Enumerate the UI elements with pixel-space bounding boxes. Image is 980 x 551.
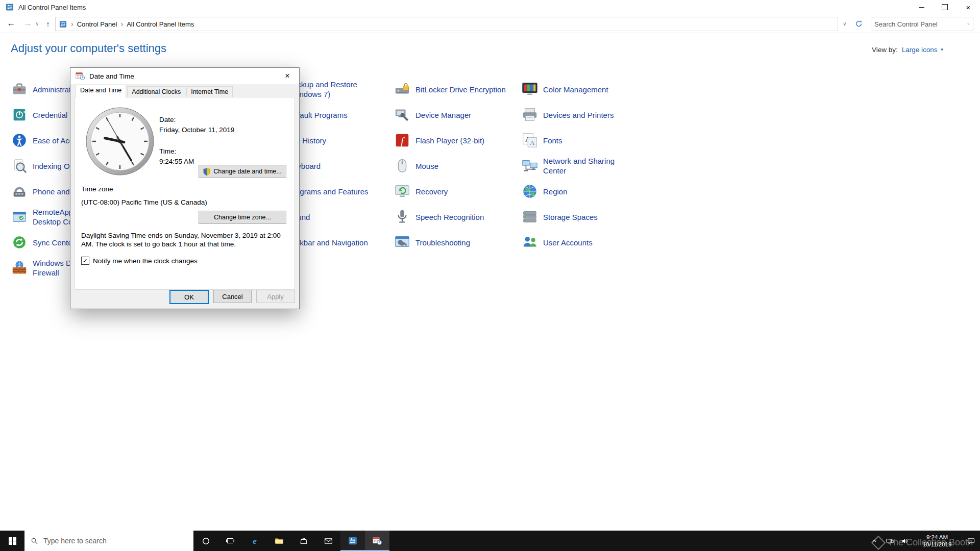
mail-icon [324, 536, 333, 546]
cp-item-label: Programs and Features [288, 187, 369, 196]
network-icon[interactable] [882, 531, 897, 551]
cp-item-label: Speech Recognition [415, 212, 484, 222]
breadcrumb-item-all-control-panel-items[interactable]: All Control Panel Items [127, 20, 194, 28]
cp-item-storage-spaces[interactable]: Storage Spaces [519, 204, 646, 230]
user-accounts-icon [521, 234, 538, 251]
search-box [871, 17, 973, 31]
cp-item-color-management[interactable]: Color Management [519, 77, 646, 102]
tray-date: 10/11/2019 [923, 541, 952, 548]
cp-item-mouse[interactable]: Mouse [391, 153, 519, 179]
region-icon [521, 183, 538, 200]
change-time-zone-button[interactable]: Change time zone... [199, 211, 286, 224]
back-button[interactable]: ← [4, 16, 18, 31]
title-bar: All Control Panel Items × [0, 0, 980, 14]
cp-item-network-and-sharing-center[interactable]: Network and Sharing Center [519, 153, 646, 179]
cp-item-label: Sync Center [33, 238, 75, 247]
dst-notice: Daylight Saving Time ends on Sunday, Nov… [81, 231, 287, 248]
search-input[interactable] [871, 20, 967, 28]
flash-player-icon: f [394, 132, 411, 149]
taskbar-edge-button[interactable]: e [242, 531, 267, 551]
ok-button[interactable]: OK [169, 290, 209, 304]
apply-button: Apply [256, 290, 295, 303]
uac-shield-icon [203, 168, 210, 176]
cancel-button[interactable]: Cancel [213, 290, 252, 303]
control-panel-window: All Control Panel Items × ← → ∨ ↑ › Cont… [0, 0, 980, 551]
start-button[interactable] [0, 531, 24, 551]
tab-date-and-time[interactable]: Date and Time [76, 85, 126, 98]
breadcrumb-location-icon [59, 20, 67, 29]
taskbar-control-panel-button[interactable] [340, 531, 365, 551]
search-icon[interactable] [967, 20, 970, 28]
speech-recognition-icon [394, 208, 411, 226]
cp-item-devices-and-printers[interactable]: Devices and Printers [519, 102, 646, 128]
action-center-icon[interactable] [962, 531, 980, 551]
svg-text:e: e [253, 536, 257, 546]
cp-item-user-accounts[interactable]: User Accounts [519, 230, 646, 255]
store-icon [299, 536, 308, 545]
view-by-selector[interactable]: Large icons ▼ [902, 46, 944, 54]
analog-clock [84, 106, 156, 177]
notify-checkbox[interactable] [81, 257, 89, 265]
cp-item-speech-recognition[interactable]: Speech Recognition [391, 204, 519, 230]
cp-item-label: Region [543, 187, 568, 196]
view-by-value: Large icons [902, 46, 938, 54]
time-zone-value: (UTC-08:00) Pacific Time (US & Canada) [81, 198, 207, 206]
address-bar[interactable]: › Control Panel›All Control Panel Items [55, 17, 838, 31]
caption-buttons: × [910, 0, 980, 14]
cp-item-device-manager[interactable]: Device Manager [391, 102, 519, 128]
cp-item-flash-player-32-bit[interactable]: fFlash Player (32-bit) [391, 128, 519, 153]
taskbar-date-time-button[interactable] [365, 531, 389, 551]
taskbar-cortana-button[interactable] [193, 531, 218, 551]
tray-clock[interactable]: 9:24 AM 10/11/2019 [913, 531, 962, 551]
cp-item-troubleshooting[interactable]: Troubleshooting [391, 230, 519, 255]
group-divider [117, 189, 288, 189]
cp-item-region[interactable]: Region [519, 179, 646, 204]
breadcrumb-item-control-panel[interactable]: Control Panel [77, 20, 117, 28]
dialog-title: Date and Time [89, 72, 134, 80]
color-management-icon [521, 81, 538, 98]
refresh-button[interactable] [851, 17, 866, 30]
volume-icon[interactable] [897, 531, 913, 551]
up-button[interactable]: ↑ [42, 16, 54, 31]
breadcrumb-separator-icon: › [120, 20, 123, 28]
control-panel-icon [348, 536, 358, 546]
history-dropdown-icon[interactable]: ∨ [33, 16, 42, 31]
maximize-button[interactable] [933, 0, 957, 14]
fonts-icon: AA [521, 132, 538, 149]
view-by-label: View by: [872, 46, 898, 54]
taskbar-store-button[interactable] [291, 531, 316, 551]
dialog-title-bar: Date and Time × [70, 68, 299, 84]
dialog-buttons: OK Cancel Apply [169, 290, 295, 304]
windows-logo-icon [8, 537, 17, 545]
time-zone-group-label: Time zone [81, 185, 113, 193]
change-date-time-button[interactable]: Change date and time... [199, 165, 286, 178]
time-label: Time: [159, 147, 176, 155]
cp-item-label: Devices and Printers [543, 110, 614, 120]
address-dropdown-icon[interactable]: ∨ [838, 17, 851, 30]
taskbar-file-explorer-button[interactable] [267, 531, 291, 551]
taskbar-search-box [24, 531, 193, 551]
cp-item-label: Network and Sharing Center [543, 156, 620, 176]
window-title: All Control Panel Items [18, 4, 86, 11]
bitlocker-icon [394, 81, 411, 98]
dialog-close-button[interactable]: × [276, 68, 299, 84]
search-icon [31, 537, 38, 545]
cp-item-fonts[interactable]: AAFonts [519, 128, 646, 153]
date-time-dialog: Date and Time × Date and TimeAdditional … [70, 67, 300, 309]
cp-item-recovery[interactable]: Recovery [391, 179, 519, 204]
cortana-icon [201, 536, 211, 546]
close-button[interactable]: × [957, 0, 980, 14]
taskbar-mail-button[interactable] [316, 531, 340, 551]
ease-of-access-icon [11, 132, 28, 149]
taskbar-search-input[interactable] [42, 536, 193, 545]
chevron-down-icon: ▼ [940, 47, 944, 52]
troubleshooting-icon [394, 234, 411, 251]
administrative-tools-icon [11, 81, 28, 98]
cp-item-bitlocker-drive-encryption[interactable]: BitLocker Drive Encryption [391, 77, 519, 102]
taskbar-task-view-button[interactable] [218, 531, 242, 551]
time-value: 9:24:55 AM [159, 158, 194, 165]
tray-chevron-up-icon[interactable] [867, 531, 882, 551]
tab-additional-clocks[interactable]: Additional Clocks [127, 86, 185, 97]
minimize-button[interactable] [910, 0, 933, 14]
tab-internet-time[interactable]: Internet Time [186, 86, 233, 97]
